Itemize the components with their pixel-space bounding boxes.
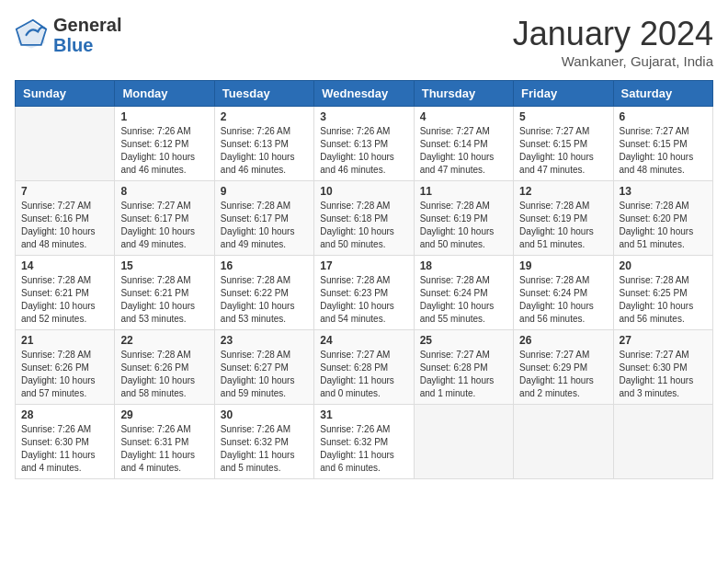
day-number: 19 — [519, 259, 607, 272]
day-info: Sunrise: 7:27 AMSunset: 6:15 PMDaylight:… — [519, 125, 607, 177]
calendar-cell — [16, 107, 115, 181]
day-info: Sunrise: 7:28 AMSunset: 6:21 PMDaylight:… — [21, 274, 108, 326]
day-number: 5 — [519, 110, 607, 123]
day-info: Sunrise: 7:28 AMSunset: 6:18 PMDaylight:… — [320, 200, 407, 251]
weekday-header-friday: Friday — [514, 81, 613, 107]
day-info: Sunrise: 7:27 AMSunset: 6:29 PMDaylight:… — [519, 349, 607, 400]
calendar-cell: 25Sunrise: 7:27 AMSunset: 6:28 PMDayligh… — [414, 330, 513, 405]
day-number: 21 — [21, 334, 108, 347]
calendar-cell: 7Sunrise: 7:27 AMSunset: 6:16 PMDaylight… — [16, 181, 115, 256]
calendar-cell: 27Sunrise: 7:27 AMSunset: 6:30 PMDayligh… — [613, 330, 712, 405]
day-info: Sunrise: 7:27 AMSunset: 6:28 PMDaylight:… — [320, 349, 407, 400]
logo: General Blue — [15, 15, 121, 55]
week-row-1: 1Sunrise: 7:26 AMSunset: 6:12 PMDaylight… — [16, 107, 713, 181]
location-subtitle: Wankaner, Gujarat, India — [513, 53, 713, 69]
day-number: 25 — [420, 334, 507, 347]
calendar-cell: 13Sunrise: 7:28 AMSunset: 6:20 PMDayligh… — [613, 181, 712, 256]
day-number: 8 — [120, 185, 208, 198]
day-number: 22 — [120, 334, 208, 347]
calendar-cell: 5Sunrise: 7:27 AMSunset: 6:15 PMDaylight… — [514, 107, 613, 181]
day-number: 23 — [221, 334, 308, 347]
day-info: Sunrise: 7:28 AMSunset: 6:24 PMDaylight:… — [420, 274, 507, 326]
day-info: Sunrise: 7:28 AMSunset: 6:27 PMDaylight:… — [221, 349, 308, 400]
day-info: Sunrise: 7:26 AMSunset: 6:13 PMDaylight:… — [221, 125, 308, 177]
calendar-cell: 31Sunrise: 7:26 AMSunset: 6:32 PMDayligh… — [314, 405, 414, 479]
day-number: 29 — [120, 408, 208, 421]
day-number: 30 — [221, 408, 308, 421]
day-number: 27 — [620, 334, 707, 347]
month-title: January 2024 — [513, 15, 713, 53]
day-info: Sunrise: 7:27 AMSunset: 6:17 PMDaylight:… — [120, 200, 208, 251]
day-info: Sunrise: 7:28 AMSunset: 6:25 PMDaylight:… — [620, 274, 707, 326]
day-info: Sunrise: 7:26 AMSunset: 6:32 PMDaylight:… — [320, 423, 407, 475]
calendar-cell: 21Sunrise: 7:28 AMSunset: 6:26 PMDayligh… — [16, 330, 115, 405]
weekday-header-monday: Monday — [115, 81, 214, 107]
day-info: Sunrise: 7:28 AMSunset: 6:20 PMDaylight:… — [620, 200, 707, 251]
calendar-cell: 1Sunrise: 7:26 AMSunset: 6:12 PMDaylight… — [115, 107, 214, 181]
weekday-header-sunday: Sunday — [16, 81, 115, 107]
calendar-cell: 18Sunrise: 7:28 AMSunset: 6:24 PMDayligh… — [414, 256, 513, 330]
day-number: 4 — [420, 110, 507, 123]
header: General Blue January 2024 Wankaner, Guja… — [15, 15, 713, 69]
calendar-table: SundayMondayTuesdayWednesdayThursdayFrid… — [15, 80, 713, 479]
day-info: Sunrise: 7:28 AMSunset: 6:17 PMDaylight:… — [221, 200, 308, 251]
day-number: 26 — [519, 334, 607, 347]
calendar-cell: 6Sunrise: 7:27 AMSunset: 6:15 PMDaylight… — [613, 107, 712, 181]
calendar-cell: 8Sunrise: 7:27 AMSunset: 6:17 PMDaylight… — [115, 181, 214, 256]
day-number: 7 — [21, 185, 108, 198]
week-row-4: 21Sunrise: 7:28 AMSunset: 6:26 PMDayligh… — [16, 330, 713, 405]
calendar-cell: 4Sunrise: 7:27 AMSunset: 6:14 PMDaylight… — [414, 107, 513, 181]
day-info: Sunrise: 7:28 AMSunset: 6:23 PMDaylight:… — [320, 274, 407, 326]
calendar-cell: 17Sunrise: 7:28 AMSunset: 6:23 PMDayligh… — [314, 256, 414, 330]
day-info: Sunrise: 7:28 AMSunset: 6:26 PMDaylight:… — [120, 349, 208, 400]
day-info: Sunrise: 7:26 AMSunset: 6:32 PMDaylight:… — [221, 423, 308, 475]
day-info: Sunrise: 7:28 AMSunset: 6:21 PMDaylight:… — [120, 274, 208, 326]
calendar-cell: 22Sunrise: 7:28 AMSunset: 6:26 PMDayligh… — [115, 330, 214, 405]
calendar-cell: 19Sunrise: 7:28 AMSunset: 6:24 PMDayligh… — [514, 256, 613, 330]
weekday-header-tuesday: Tuesday — [214, 81, 313, 107]
day-info: Sunrise: 7:28 AMSunset: 6:19 PMDaylight:… — [420, 200, 507, 251]
day-number: 18 — [420, 259, 507, 272]
day-number: 31 — [320, 408, 407, 421]
day-info: Sunrise: 7:28 AMSunset: 6:22 PMDaylight:… — [221, 274, 308, 326]
day-info: Sunrise: 7:26 AMSunset: 6:13 PMDaylight:… — [320, 125, 407, 177]
calendar-cell: 10Sunrise: 7:28 AMSunset: 6:18 PMDayligh… — [314, 181, 414, 256]
day-number: 13 — [620, 185, 707, 198]
calendar-cell: 15Sunrise: 7:28 AMSunset: 6:21 PMDayligh… — [115, 256, 214, 330]
calendar-cell: 23Sunrise: 7:28 AMSunset: 6:27 PMDayligh… — [214, 330, 313, 405]
day-info: Sunrise: 7:28 AMSunset: 6:19 PMDaylight:… — [519, 200, 607, 251]
calendar-cell — [613, 405, 712, 479]
day-number: 11 — [420, 185, 507, 198]
calendar-cell: 12Sunrise: 7:28 AMSunset: 6:19 PMDayligh… — [514, 181, 613, 256]
logo-text: General Blue — [53, 15, 121, 55]
weekday-header-thursday: Thursday — [414, 81, 513, 107]
calendar-cell — [514, 405, 613, 479]
day-info: Sunrise: 7:27 AMSunset: 6:14 PMDaylight:… — [420, 125, 507, 177]
day-number: 1 — [120, 110, 208, 123]
weekday-header-row: SundayMondayTuesdayWednesdayThursdayFrid… — [16, 81, 713, 107]
calendar-cell: 9Sunrise: 7:28 AMSunset: 6:17 PMDaylight… — [214, 181, 313, 256]
day-number: 16 — [221, 259, 308, 272]
week-row-5: 28Sunrise: 7:26 AMSunset: 6:30 PMDayligh… — [16, 405, 713, 479]
logo-general-label: General — [53, 15, 121, 35]
calendar-cell: 24Sunrise: 7:27 AMSunset: 6:28 PMDayligh… — [314, 330, 414, 405]
day-number: 24 — [320, 334, 407, 347]
day-info: Sunrise: 7:28 AMSunset: 6:26 PMDaylight:… — [21, 349, 108, 400]
weekday-header-wednesday: Wednesday — [314, 81, 414, 107]
title-area: January 2024 Wankaner, Gujarat, India — [513, 15, 713, 69]
calendar-cell — [414, 405, 513, 479]
week-row-2: 7Sunrise: 7:27 AMSunset: 6:16 PMDaylight… — [16, 181, 713, 256]
calendar-cell: 28Sunrise: 7:26 AMSunset: 6:30 PMDayligh… — [16, 405, 115, 479]
week-row-3: 14Sunrise: 7:28 AMSunset: 6:21 PMDayligh… — [16, 256, 713, 330]
day-number: 17 — [320, 259, 407, 272]
day-number: 10 — [320, 185, 407, 198]
day-number: 2 — [221, 110, 308, 123]
day-number: 12 — [519, 185, 607, 198]
calendar-cell: 30Sunrise: 7:26 AMSunset: 6:32 PMDayligh… — [214, 405, 313, 479]
calendar-cell: 2Sunrise: 7:26 AMSunset: 6:13 PMDaylight… — [214, 107, 313, 181]
calendar-cell: 26Sunrise: 7:27 AMSunset: 6:29 PMDayligh… — [514, 330, 613, 405]
calendar-cell: 29Sunrise: 7:26 AMSunset: 6:31 PMDayligh… — [115, 405, 214, 479]
day-info: Sunrise: 7:28 AMSunset: 6:24 PMDaylight:… — [519, 274, 607, 326]
day-info: Sunrise: 7:27 AMSunset: 6:30 PMDaylight:… — [620, 349, 707, 400]
day-number: 28 — [21, 408, 108, 421]
